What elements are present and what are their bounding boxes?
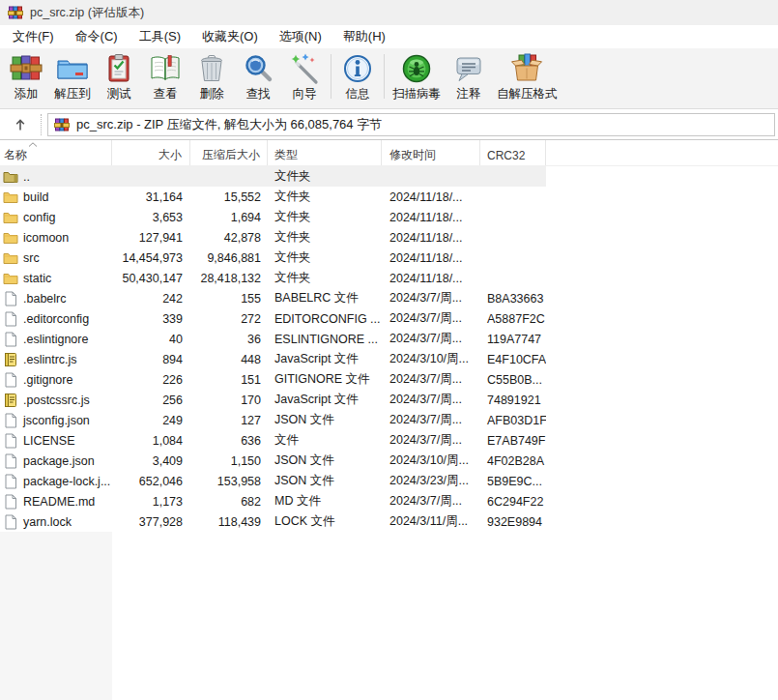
table-row[interactable]: build 31,164 15,552 文件夹 2024/11/18/... bbox=[0, 187, 546, 207]
file-name: package-lock.j... bbox=[23, 475, 110, 488]
table-row[interactable]: README.md 1,173 682 MD 文件 2024/3/7/周... … bbox=[0, 491, 546, 511]
toolbar-button-find[interactable]: 查找 bbox=[235, 50, 281, 105]
table-row[interactable]: .eslintrc.js 894 448 JavaScript 文件 2024/… bbox=[0, 349, 546, 369]
up-one-level-button[interactable] bbox=[4, 112, 37, 137]
column-header-size[interactable]: 大小 bbox=[112, 140, 190, 165]
toolbar-button-wizard[interactable]: 向导 bbox=[281, 50, 328, 105]
file-name: .eslintrc.js bbox=[23, 353, 77, 366]
toolbar-button-comment[interactable]: 注释 bbox=[446, 50, 492, 105]
column-header-packed[interactable]: 压缩后大小 bbox=[190, 140, 268, 165]
cell-size: 127,941 bbox=[112, 227, 190, 248]
folder-icon bbox=[3, 190, 18, 205]
file-icon bbox=[3, 494, 18, 510]
cell-type: 文件夹 bbox=[268, 166, 382, 187]
toolbar-button-label: 自解压格式 bbox=[497, 86, 558, 102]
cell-modified-time: 2024/3/7/周... bbox=[382, 369, 480, 390]
column-header-modified[interactable]: 修改时间 bbox=[382, 140, 480, 165]
cell-name: .babelrc bbox=[0, 288, 112, 308]
wizard-icon bbox=[288, 52, 321, 85]
menu-file[interactable]: 文件(F) bbox=[4, 25, 63, 48]
menu-help[interactable]: 帮助(H) bbox=[334, 25, 394, 48]
cell-modified-time: 2024/3/7/周... bbox=[382, 308, 480, 329]
cell-name: src bbox=[0, 248, 112, 268]
cell-modified-time bbox=[382, 166, 480, 187]
cell-modified-time: 2024/3/7/周... bbox=[382, 329, 480, 349]
table-row[interactable]: .babelrc 242 155 BABELRC 文件 2024/3/7/周..… bbox=[0, 288, 546, 308]
folder-up-icon bbox=[3, 169, 18, 185]
toolbar-button-label: 查找 bbox=[246, 86, 271, 102]
toolbar-separator bbox=[384, 54, 385, 99]
find-icon bbox=[242, 52, 274, 85]
table-row[interactable]: icomoon 127,941 42,878 文件夹 2024/11/18/..… bbox=[0, 227, 546, 248]
cell-size: 226 bbox=[112, 369, 190, 390]
list-header: 名称 大小 压缩后大小 类型 修改时间 CRC32 bbox=[0, 140, 778, 166]
file-icon bbox=[3, 291, 18, 306]
cell-size: 14,454,973 bbox=[112, 248, 190, 268]
cell-packed-size: 118,439 bbox=[190, 511, 268, 532]
up-arrow-icon bbox=[13, 117, 28, 132]
cell-name: .. bbox=[0, 166, 112, 187]
cell-crc32: 74891921 bbox=[480, 390, 546, 410]
cell-type: 文件 bbox=[268, 430, 382, 451]
menu-favorites[interactable]: 收藏夹(O) bbox=[193, 25, 267, 48]
table-row[interactable]: config 3,653 1,694 文件夹 2024/11/18/... bbox=[0, 207, 546, 227]
cell-crc32: C55B0B... bbox=[480, 369, 546, 390]
toolbar-button-label: 删除 bbox=[200, 86, 224, 102]
sfx-icon bbox=[510, 52, 543, 85]
menu-options[interactable]: 选项(N) bbox=[271, 25, 331, 48]
table-row[interactable]: .. 文件夹 bbox=[0, 166, 546, 187]
column-header-crc32[interactable]: CRC32 bbox=[480, 140, 546, 165]
table-row[interactable]: static 50,430,147 28,418,132 文件夹 2024/11… bbox=[0, 268, 546, 288]
cell-name: .eslintrc.js bbox=[0, 349, 112, 369]
menu-tools[interactable]: 工具(S) bbox=[130, 25, 189, 48]
comment-icon bbox=[452, 52, 485, 85]
table-row[interactable]: jsconfig.json 249 127 JSON 文件 2024/3/7/周… bbox=[0, 410, 546, 430]
file-icon bbox=[3, 332, 18, 347]
cell-packed-size: 155 bbox=[190, 288, 268, 308]
info-icon bbox=[341, 52, 374, 85]
toolbar-button-add[interactable]: 添加 bbox=[3, 50, 49, 105]
cell-type: BABELRC 文件 bbox=[268, 288, 382, 308]
table-row[interactable]: .editorconfig 339 272 EDITORCONFIG ... 2… bbox=[0, 308, 546, 329]
toolbar-button-delete[interactable]: 删除 bbox=[188, 50, 235, 105]
toolbar-button-view[interactable]: 查看 bbox=[142, 50, 188, 105]
toolbar-button-info[interactable]: 信息 bbox=[334, 50, 381, 105]
cell-size: 3,409 bbox=[112, 451, 190, 471]
column-header-label: 名称 bbox=[4, 147, 27, 163]
toolbar-button-extract[interactable]: 解压到 bbox=[49, 50, 96, 105]
file-name: .gitignore bbox=[23, 373, 72, 387]
column-header-type[interactable]: 类型 bbox=[268, 140, 382, 165]
toolbar-button-label: 向导 bbox=[293, 86, 317, 102]
table-row[interactable]: LICENSE 1,084 636 文件 2024/3/7/周... E7AB7… bbox=[0, 430, 546, 451]
toolbar-button-scan[interactable]: 扫描病毒 bbox=[388, 50, 446, 105]
address-separator bbox=[41, 114, 42, 135]
menu-bar: 文件(F)命令(C)工具(S)收藏夹(O)选项(N)帮助(H) bbox=[0, 25, 778, 48]
toolbar-button-sfx[interactable]: 自解压格式 bbox=[492, 50, 562, 105]
cell-crc32: 932E9894 bbox=[480, 511, 546, 532]
menu-commands[interactable]: 命令(C) bbox=[67, 25, 127, 48]
table-row[interactable]: .gitignore 226 151 GITIGNORE 文件 2024/3/7… bbox=[0, 369, 546, 390]
archive-path-field[interactable]: pc_src.zip - ZIP 压缩文件, 解包大小为 66,085,764 … bbox=[47, 113, 775, 136]
address-bar: pc_src.zip - ZIP 压缩文件, 解包大小为 66,085,764 … bbox=[0, 109, 778, 140]
cell-name: build bbox=[0, 187, 112, 207]
toolbar-button-label: 查看 bbox=[154, 86, 178, 102]
file-icon bbox=[3, 413, 18, 428]
table-row[interactable]: .eslintignore 40 36 ESLINTIGNORE ... 202… bbox=[0, 329, 546, 349]
table-row[interactable]: yarn.lock 377,928 118,439 LOCK 文件 2024/3… bbox=[0, 511, 546, 532]
cell-name: package.json bbox=[0, 451, 112, 471]
column-header-name[interactable]: 名称 bbox=[0, 140, 112, 165]
cell-packed-size: 153,958 bbox=[190, 471, 268, 491]
toolbar-button-test[interactable]: 测试 bbox=[96, 50, 142, 105]
table-row[interactable]: .postcssrc.js 256 170 JavaScript 文件 2024… bbox=[0, 390, 546, 410]
cell-packed-size: 272 bbox=[190, 308, 268, 329]
cell-modified-time: 2024/3/7/周... bbox=[382, 288, 480, 308]
cell-type: 文件夹 bbox=[268, 187, 382, 207]
cell-packed-size: 1,694 bbox=[190, 207, 268, 227]
table-row[interactable]: src 14,454,973 9,846,881 文件夹 2024/11/18/… bbox=[0, 248, 546, 268]
cell-size: 256 bbox=[112, 390, 190, 410]
file-icon bbox=[3, 474, 18, 489]
cell-crc32: AFB03D1F bbox=[480, 410, 546, 430]
table-row[interactable]: package.json 3,409 1,150 JSON 文件 2024/3/… bbox=[0, 451, 546, 471]
table-row[interactable]: package-lock.j... 652,046 153,958 JSON 文… bbox=[0, 471, 546, 491]
cell-modified-time: 2024/3/11/周... bbox=[382, 511, 480, 532]
